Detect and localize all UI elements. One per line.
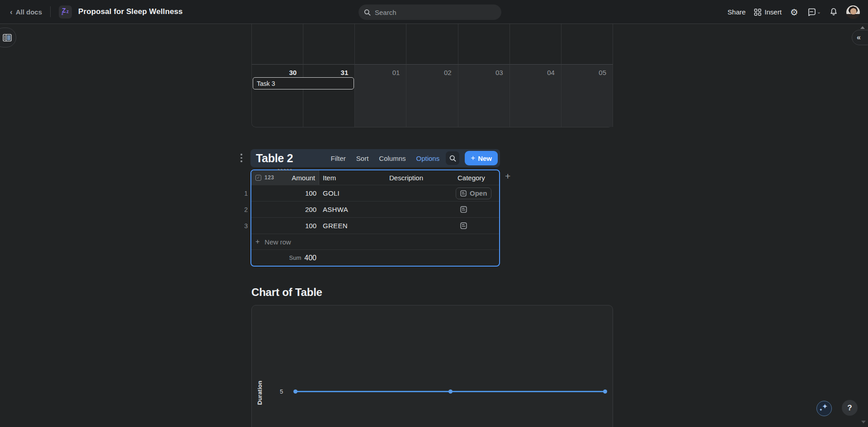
scroll-down-arrow[interactable] — [861, 421, 866, 423]
double-chevron-left-icon: « — [857, 33, 860, 42]
columns-button[interactable]: Columns — [379, 155, 406, 162]
amount-sum[interactable]: Sum 400 — [251, 250, 316, 266]
category-column-header[interactable]: Category — [455, 170, 499, 185]
insert-label: Insert — [764, 8, 782, 16]
calendar-cell[interactable] — [406, 24, 458, 65]
column-drag-dots[interactable]: ••••• — [278, 167, 293, 172]
user-avatar[interactable] — [846, 5, 860, 19]
doc-title: Proposal for Sleep Wellness — [78, 7, 183, 16]
item-column-header[interactable]: Item — [319, 170, 387, 185]
new-row-button[interactable]: + New — [465, 151, 498, 165]
chart-data-point[interactable] — [448, 389, 453, 394]
doc-glyph: z — [61, 12, 63, 16]
calendar-cell-31[interactable]: 31 — [303, 65, 355, 127]
calendar-grid: 30 31 01 02 03 04 05 Task 3 — [251, 24, 613, 127]
search-icon — [449, 155, 456, 162]
calendar-cell[interactable] — [510, 24, 561, 65]
table-drag-handle[interactable] — [239, 152, 244, 164]
top-bar: ‹ All docs Z z z Proposal for Sleep Well… — [0, 0, 868, 24]
chevron-down-icon: ⌄ — [817, 9, 821, 15]
calendar-cell[interactable] — [458, 24, 510, 65]
expand-row-icon[interactable] — [460, 222, 467, 229]
table-title[interactable]: Table 2 — [256, 152, 293, 165]
amount-cell[interactable]: 100 — [251, 189, 319, 197]
item-cell[interactable]: ASHWA — [319, 206, 387, 213]
item-header-label: Item — [323, 174, 336, 182]
sort-button[interactable]: Sort — [356, 155, 369, 162]
date-label: 03 — [495, 69, 503, 76]
open-row-button[interactable]: Open — [456, 188, 491, 199]
plus-icon: + — [471, 154, 475, 163]
help-button[interactable]: ? — [842, 400, 858, 416]
divider — [50, 6, 51, 17]
insert-grid-icon — [754, 9, 761, 16]
table-header-band: Table 2 Filter Sort Columns Options + Ne… — [250, 149, 500, 167]
table-row[interactable]: 2 200 ASHWA — [251, 201, 499, 217]
sparkle-icon: ✦ — [822, 402, 828, 411]
filter-button[interactable]: Filter — [330, 155, 345, 162]
category-cell[interactable] — [455, 222, 499, 229]
calendar-cell-30[interactable]: 30 — [252, 65, 303, 127]
add-column-button[interactable]: + — [505, 171, 510, 181]
calendar-cell-03[interactable]: 03 — [458, 65, 510, 127]
global-search[interactable] — [359, 5, 501, 20]
category-cell[interactable]: Open — [455, 188, 499, 199]
new-row-label: New row — [264, 238, 291, 246]
calendar-cell-02[interactable]: 02 — [406, 65, 458, 127]
calendar-cell-01[interactable]: 01 — [355, 65, 406, 127]
item-cell[interactable]: GOLI — [319, 189, 387, 197]
chart-data-point[interactable] — [293, 389, 297, 394]
sidebar-toggle-button[interactable] — [0, 28, 16, 47]
add-new-row[interactable]: + New row — [251, 234, 499, 249]
back-chevron-icon: ‹ — [10, 8, 13, 16]
expand-row-icon[interactable] — [460, 206, 467, 213]
description-column-header[interactable]: Description — [387, 170, 455, 185]
calendar-cell[interactable] — [355, 24, 406, 65]
chart-title: Chart of Table — [251, 286, 322, 299]
top-bar-left: ‹ All docs Z z z Proposal for Sleep Well… — [0, 5, 183, 19]
calendar-cell-04[interactable]: 04 — [510, 65, 561, 127]
search-icon — [364, 9, 371, 16]
doc-glyph: z — [66, 9, 69, 14]
sidebar-panel-icon — [3, 34, 12, 42]
ai-assistant-button[interactable]: ✦ ✦ — [816, 401, 832, 416]
calendar-cell-05[interactable]: 05 — [561, 65, 613, 127]
calendar-cell[interactable] — [561, 24, 613, 65]
table-search-button[interactable] — [446, 151, 459, 165]
scroll-up-arrow[interactable] — [860, 26, 865, 29]
sparkle-icon: ✦ — [819, 408, 823, 412]
expand-row-icon — [460, 190, 467, 197]
all-docs-back-button[interactable]: ‹ All docs — [10, 8, 42, 16]
item-cell[interactable]: GREEN — [319, 222, 387, 230]
chart-data-point[interactable] — [603, 389, 607, 394]
row-select-icon[interactable]: ✓ — [255, 175, 261, 181]
table-header-row: ✓ 123 Amount Item Description Category — [251, 170, 499, 185]
amount-column-header[interactable]: ✓ 123 Amount — [251, 170, 319, 185]
calendar-cell[interactable] — [303, 24, 355, 65]
summary-row: Sum 400 — [251, 249, 499, 266]
options-button[interactable]: Options — [416, 155, 440, 162]
date-label: 01 — [392, 69, 400, 76]
insert-button[interactable]: Insert — [754, 8, 782, 16]
category-cell[interactable] — [455, 206, 499, 213]
calendar-week-row — [252, 24, 613, 65]
search-input[interactable] — [375, 9, 483, 16]
doc-sleep-icon[interactable]: Z z z — [59, 5, 72, 19]
plus-icon: + — [255, 238, 259, 246]
table-row[interactable]: 3 100 GREEN — [251, 217, 499, 234]
notifications-bell-icon[interactable] — [830, 8, 838, 16]
amount-header-label: Amount — [292, 174, 315, 182]
share-button[interactable]: Share — [727, 8, 745, 16]
amount-cell[interactable]: 200 — [251, 206, 319, 213]
calendar-cell[interactable] — [252, 24, 303, 65]
settings-gear-icon[interactable]: ⚙ — [790, 8, 798, 17]
calendar-task-item[interactable]: Task 3 — [253, 77, 354, 89]
amount-cell[interactable]: 100 — [251, 222, 319, 230]
table-row[interactable]: 1 100 GOLI Open — [251, 185, 499, 201]
collapse-panel-button[interactable]: « — [852, 30, 868, 45]
date-label: 31 — [341, 69, 349, 76]
date-label: 04 — [547, 69, 555, 76]
chart-of-table[interactable]: Duration 5 — [251, 305, 613, 427]
comments-button[interactable]: ⌄ — [807, 8, 821, 17]
description-header-label: Description — [389, 174, 423, 182]
